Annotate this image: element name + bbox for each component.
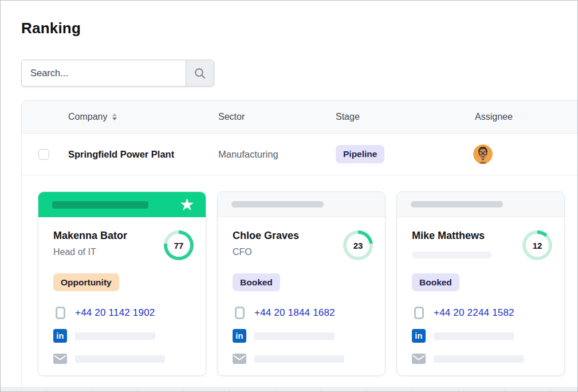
- column-label-company: Company: [68, 112, 107, 122]
- contact-role-placeholder: [412, 252, 492, 258]
- linkedin-icon[interactable]: in: [412, 329, 426, 343]
- column-header-sector[interactable]: Sector: [218, 112, 336, 122]
- contact-card-makenna-bator[interactable]: Makenna Bator Head of IT 77 Opportunity: [38, 191, 206, 376]
- contact-role: Head of IT: [53, 247, 127, 257]
- column-header-stage[interactable]: Stage: [336, 112, 454, 122]
- table-row[interactable]: Springfield Power Plant Manufacturing Pi…: [22, 134, 577, 175]
- search-bar: [21, 60, 214, 87]
- contact-name: Mike Matthews: [412, 230, 492, 242]
- status-badge: Booked: [412, 273, 459, 291]
- app-window: Ranking Company Sector Stage: [0, 0, 578, 392]
- card-header: [218, 192, 385, 217]
- email-icon: [53, 354, 67, 364]
- sort-icon[interactable]: [112, 113, 117, 120]
- email-icon: [233, 354, 246, 364]
- column-header-company[interactable]: Company: [68, 112, 218, 122]
- column-header-assignee[interactable]: Assignee: [454, 112, 577, 122]
- score-ring: 12: [522, 230, 552, 260]
- score-value: 23: [347, 234, 369, 257]
- phone-link[interactable]: +44 20 1142 1902: [75, 307, 155, 319]
- company-cell: Springfield Power Plant: [68, 149, 218, 160]
- email-icon: [412, 354, 426, 364]
- email-placeholder-bar: [434, 355, 524, 363]
- card-header-highlighted: [38, 192, 206, 217]
- page-title: Ranking: [21, 19, 81, 37]
- table-header: Company Sector Stage Assignee: [22, 101, 577, 134]
- status-badge: Opportunity: [53, 273, 119, 291]
- row-checkbox[interactable]: [38, 149, 49, 160]
- phone-icon: [233, 307, 246, 319]
- sector-cell: Manufacturing: [218, 149, 336, 160]
- phone-icon: [53, 307, 67, 319]
- email-placeholder-bar: [75, 355, 165, 363]
- search-icon: [194, 67, 206, 80]
- header-placeholder-bar: [231, 201, 324, 207]
- column-label-stage: Stage: [336, 112, 360, 122]
- contact-role: CFO: [233, 247, 299, 257]
- column-label-sector: Sector: [218, 112, 245, 122]
- linkedin-icon[interactable]: in: [233, 329, 246, 343]
- assignee-avatar[interactable]: [473, 144, 493, 164]
- score-value: 12: [526, 234, 549, 257]
- linkedin-icon[interactable]: in: [53, 329, 67, 343]
- content-panel: Company Sector Stage Assignee Springfiel…: [21, 100, 577, 387]
- phone-link[interactable]: +44 20 2244 1582: [434, 307, 514, 319]
- linkedin-placeholder-bar: [434, 332, 514, 340]
- search-button[interactable]: [186, 60, 214, 86]
- email-placeholder-bar: [254, 355, 344, 363]
- linkedin-placeholder-bar: [254, 332, 335, 340]
- star-icon[interactable]: [180, 198, 194, 211]
- score-ring: 23: [343, 230, 373, 260]
- status-badge: Booked: [233, 273, 280, 291]
- contact-card-chloe-graves[interactable]: Chloe Graves CFO 23 Booked +44 20 1: [217, 191, 386, 376]
- contact-name: Chloe Graves: [233, 230, 299, 242]
- stage-badge: Pipeline: [336, 145, 384, 163]
- card-header: [397, 192, 564, 217]
- score-value: 77: [167, 234, 190, 257]
- phone-icon: [412, 307, 426, 319]
- column-label-assignee: Assignee: [475, 112, 513, 122]
- header-placeholder-bar: [411, 201, 503, 207]
- linkedin-placeholder-bar: [75, 332, 155, 340]
- search-input[interactable]: [22, 60, 186, 86]
- contact-card-mike-matthews[interactable]: Mike Matthews 12 Booked +44 20 224: [396, 191, 565, 376]
- header-placeholder-bar: [52, 201, 148, 209]
- cards-section: Makenna Bator Head of IT 77 Opportunity: [38, 191, 577, 376]
- contact-name: Makenna Bator: [53, 230, 127, 242]
- phone-link[interactable]: +44 20 1844 1682: [254, 307, 335, 319]
- horizontal-scrollbar[interactable]: [1, 387, 577, 391]
- score-ring: 77: [164, 230, 194, 260]
